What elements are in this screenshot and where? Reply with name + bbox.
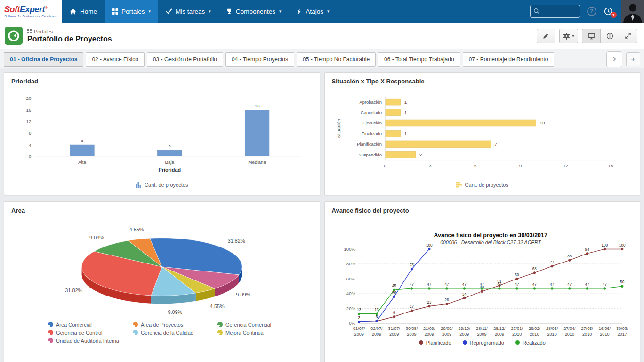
point-Realizado-28/03/2010[interactable] (551, 287, 553, 289)
svg-text:2: 2 (419, 152, 422, 157)
legend-label: Reprogramado (470, 340, 504, 346)
svg-text:8: 8 (29, 131, 32, 136)
point-Planificado-30/03/2017[interactable] (621, 248, 623, 250)
pie-legend: Área ComercialÁrea de ProyectosGerencia … (48, 321, 307, 347)
point-Reprogramado-21/09/2009[interactable] (428, 248, 430, 250)
tab-1[interactable]: 01 - Oficina de Proyectos (4, 52, 83, 67)
logo-text: SoftExpert® (4, 5, 58, 14)
point-Planificado-16/06/2010[interactable] (604, 248, 606, 250)
tab-2[interactable]: 02 - Avance Físico (86, 52, 145, 67)
hbar-Cancelado[interactable] (386, 109, 401, 116)
edit-button[interactable] (537, 29, 555, 43)
point-Realizado-01/07/2009[interactable] (358, 313, 360, 315)
hbar-Planificación[interactable] (386, 141, 491, 148)
point-Planificado-21/09/2009[interactable] (428, 305, 430, 307)
point-Planificado-27/05/2010[interactable] (586, 252, 588, 255)
point-Planificado-29/09/2009[interactable] (446, 303, 448, 305)
nav-item-portales[interactable]: Portales▾ (105, 0, 158, 23)
svg-text:9.09%: 9.09% (89, 235, 104, 240)
tasks-check-icon (166, 8, 172, 15)
point-Planificado-30/08/2009[interactable] (411, 310, 413, 312)
point-Planificado-29/10/2009[interactable] (463, 297, 466, 299)
hbar-Aprobación[interactable] (386, 99, 401, 105)
svg-text:47: 47 (480, 282, 484, 287)
point-Realizado-21/09/2009[interactable] (428, 287, 430, 289)
svg-text:31.82%: 31.82% (65, 288, 82, 293)
svg-text:02/07/: 02/07/ (371, 326, 383, 331)
nav-item-label: Atajos (306, 8, 323, 15)
tab-strip: 01 - Oficina de Proyectos02 - Avance Fís… (4, 52, 603, 67)
point-Realizado-27/05/2010[interactable] (586, 287, 588, 289)
user-avatar[interactable] (621, 0, 644, 23)
nav-item-atajos[interactable]: Atajos▾ (289, 0, 337, 23)
svg-text:73: 73 (410, 263, 414, 267)
point-Reprogramado-01/07/2009[interactable] (358, 321, 360, 323)
bar-Mediana[interactable] (245, 110, 269, 156)
point-Planificado-28/11/2009[interactable] (481, 290, 483, 293)
svg-text:45: 45 (392, 284, 397, 288)
tabs-scroll-next-button[interactable]: › (606, 51, 622, 67)
svg-text:50: 50 (620, 280, 625, 284)
point-Realizado-30/03/2017[interactable] (621, 285, 623, 288)
tab-bar: 01 - Oficina de Proyectos02 - Avance Fís… (0, 49, 644, 68)
point-Realizado-16/06/2010[interactable] (604, 287, 606, 289)
svg-text:9: 9 (393, 311, 395, 315)
svg-text:77: 77 (550, 260, 555, 264)
point-Reprogramado-30/08/2009[interactable] (411, 268, 413, 270)
add-tab-button[interactable]: + (626, 52, 640, 66)
point-Realizado-29/10/2009[interactable] (463, 287, 466, 289)
svg-text:47: 47 (585, 282, 590, 287)
hbar-Finalizado[interactable] (386, 131, 401, 137)
portals-grid-icon (112, 8, 118, 15)
point-Realizado-28/12/2009[interactable] (498, 287, 500, 289)
svg-text:2010: 2010 (600, 332, 610, 337)
legend-label: Gerencia Comercial (225, 322, 271, 328)
breadcrumb[interactable]: Portales (27, 29, 112, 34)
info-button[interactable] (600, 29, 619, 43)
chevron-down-icon: ▾ (327, 9, 330, 14)
legend-item: Gerencia Comercial (217, 322, 307, 328)
tab-3[interactable]: 03 - Gestión de Portafolio (147, 52, 223, 67)
point-Reprogramado-31/07/2009[interactable] (393, 296, 395, 298)
bar-Alta[interactable] (70, 145, 94, 156)
point-Realizado-31/07/2009[interactable] (393, 288, 395, 291)
point-Planificado-31/07/2009[interactable] (393, 315, 395, 318)
help-icon[interactable]: ? (587, 7, 596, 16)
point-Realizado-27/01/2010[interactable] (516, 287, 518, 289)
bar-Baja[interactable] (157, 150, 182, 156)
svg-text:16: 16 (254, 103, 260, 108)
hbar-Ejecución[interactable] (386, 120, 536, 126)
point-Planificado-28/03/2010[interactable] (551, 265, 553, 267)
tab-5[interactable]: 05 - Tiempo No Facturable (297, 52, 376, 67)
point-Realizado-02/07/2009[interactable] (376, 313, 378, 315)
nav-item-mis-tareas[interactable]: Mis tareas▾ (158, 0, 218, 23)
svg-text:29/10/: 29/10/ (459, 326, 471, 331)
point-Planificado-27/04/2010[interactable] (568, 259, 571, 261)
hbar-Suspendido[interactable] (386, 151, 416, 158)
softexpert-logo[interactable]: SoftExpert® Software for Performance Exc… (0, 0, 62, 23)
svg-text:7: 7 (495, 141, 498, 147)
card-situacion: Situación x Tipo X Responsable03691215Ap… (324, 72, 641, 195)
pencil-icon (543, 33, 549, 39)
point-Reprogramado-02/07/2009[interactable] (376, 320, 378, 322)
legend-item: Área Comercial (48, 322, 129, 328)
point-Planificado-27/01/2010[interactable] (516, 278, 518, 280)
nav-item-componentes[interactable]: Componentes▾ (218, 0, 289, 23)
presentation-button[interactable] (582, 29, 601, 43)
point-Realizado-27/04/2010[interactable] (568, 287, 571, 289)
nav-item-home[interactable]: Home (62, 0, 105, 23)
tab-6[interactable]: 06 - Total Tiempo Trabajado (378, 52, 460, 67)
card-title: Area (4, 202, 320, 218)
notifications-button[interactable]: 1 (604, 7, 613, 16)
point-Planificado-26/02/2010[interactable] (533, 272, 536, 274)
tab-4[interactable]: 04 - Tiempo Proyectos (225, 52, 294, 67)
svg-text:2010: 2010 (582, 332, 592, 337)
point-Realizado-26/02/2010[interactable] (533, 287, 536, 289)
point-Realizado-28/11/2009[interactable] (481, 287, 483, 289)
fullscreen-button[interactable] (619, 29, 637, 43)
page-title: Portafolio de Proyectos (27, 35, 112, 43)
point-Realizado-30/08/2009[interactable] (411, 287, 413, 289)
settings-button[interactable]: ▾ (559, 29, 578, 43)
tab-7[interactable]: 07 - Porcentaje de Rendimiento (463, 52, 555, 67)
point-Realizado-29/09/2009[interactable] (446, 287, 448, 289)
